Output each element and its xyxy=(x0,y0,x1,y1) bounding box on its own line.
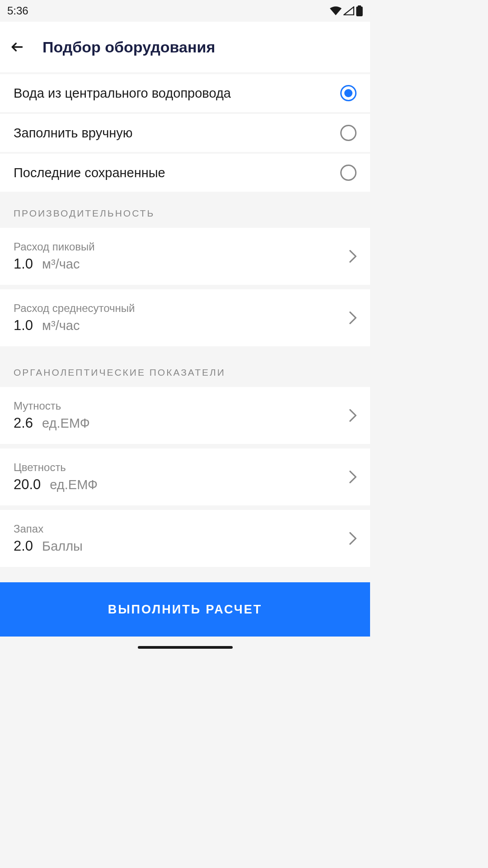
radio-dot xyxy=(344,89,352,97)
chevron-right-icon xyxy=(349,311,357,324)
param-value: 20.0 xyxy=(14,476,41,493)
param-label: Мутность xyxy=(14,400,90,412)
param-content: Мутность 2.6 ед.ЕМФ xyxy=(14,400,90,431)
chevron-right-icon xyxy=(349,250,357,263)
param-value-row: 1.0 м³/час xyxy=(14,317,135,334)
radio-label: Заполнить вручную xyxy=(14,126,133,141)
section-header-performance: ПРОИЗВОДИТЕЛЬНОСТЬ xyxy=(0,192,370,228)
app-header: Подбор оборудования xyxy=(0,22,370,72)
radio-option-tap-water[interactable]: Вода из центрального водопровода xyxy=(0,74,370,112)
radio-label: Вода из центрального водопровода xyxy=(14,86,231,101)
param-content: Цветность 20.0 ед.ЕМФ xyxy=(14,461,98,493)
param-value: 2.6 xyxy=(14,415,33,431)
param-unit: Баллы xyxy=(42,539,83,554)
param-unit: м³/час xyxy=(42,318,80,333)
param-unit: ед.ЕМФ xyxy=(42,416,90,431)
signal-icon xyxy=(343,6,354,15)
radio-option-manual[interactable]: Заполнить вручную xyxy=(0,114,370,152)
calculate-button-label: ВЫПОЛНИТЬ РАСЧЕТ xyxy=(108,603,263,617)
param-row-avg-flow[interactable]: Расход среднесуточный 1.0 м³/час xyxy=(0,289,370,346)
chevron-right-icon xyxy=(349,409,357,422)
chevron-right-icon xyxy=(349,471,357,483)
param-value: 1.0 xyxy=(14,317,33,334)
param-row-odor[interactable]: Запах 2.0 Баллы xyxy=(0,510,370,567)
navigation-bar xyxy=(0,637,370,658)
param-content: Расход среднесуточный 1.0 м³/час xyxy=(14,302,135,334)
page-title: Подбор оборудования xyxy=(42,38,215,56)
param-label: Запах xyxy=(14,523,83,535)
param-value: 2.0 xyxy=(14,538,33,554)
param-label: Расход среднесуточный xyxy=(14,302,135,315)
param-value-row: 20.0 ед.ЕМФ xyxy=(14,476,98,493)
chevron-right-icon xyxy=(349,532,357,545)
calculate-button[interactable]: ВЫПОЛНИТЬ РАСЧЕТ xyxy=(0,582,370,637)
section-header-organoleptic: ОРГАНОЛЕПТИЧЕСКИЕ ПОКАЗАТЕЛИ xyxy=(0,351,370,387)
param-content: Запах 2.0 Баллы xyxy=(14,523,83,554)
wifi-icon xyxy=(330,6,342,15)
param-label: Цветность xyxy=(14,461,98,474)
svg-rect-0 xyxy=(356,6,362,16)
radio-option-saved[interactable]: Последние сохраненные xyxy=(0,154,370,192)
radio-indicator xyxy=(340,85,357,101)
radio-indicator xyxy=(340,165,357,181)
param-unit: м³/час xyxy=(42,257,80,272)
svg-rect-1 xyxy=(358,5,361,7)
param-unit: ед.ЕМФ xyxy=(50,477,98,492)
param-content: Расход пиковый 1.0 м³/час xyxy=(14,241,95,272)
back-button[interactable] xyxy=(8,38,26,56)
param-value-row: 2.0 Баллы xyxy=(14,538,83,554)
param-row-color[interactable]: Цветность 20.0 ед.ЕМФ xyxy=(0,448,370,505)
battery-icon xyxy=(356,5,363,16)
param-value-row: 1.0 м³/час xyxy=(14,256,95,272)
param-value: 1.0 xyxy=(14,256,33,272)
arrow-left-icon xyxy=(10,40,24,54)
radio-label: Последние сохраненные xyxy=(14,165,165,180)
radio-indicator xyxy=(340,125,357,141)
status-time: 5:36 xyxy=(7,5,28,17)
status-icons xyxy=(330,5,363,16)
param-row-turbidity[interactable]: Мутность 2.6 ед.ЕМФ xyxy=(0,387,370,444)
status-bar: 5:36 xyxy=(0,0,370,22)
param-label: Расход пиковый xyxy=(14,241,95,253)
param-row-peak-flow[interactable]: Расход пиковый 1.0 м³/час xyxy=(0,228,370,285)
param-value-row: 2.6 ед.ЕМФ xyxy=(14,415,90,431)
nav-handle[interactable] xyxy=(138,646,233,649)
